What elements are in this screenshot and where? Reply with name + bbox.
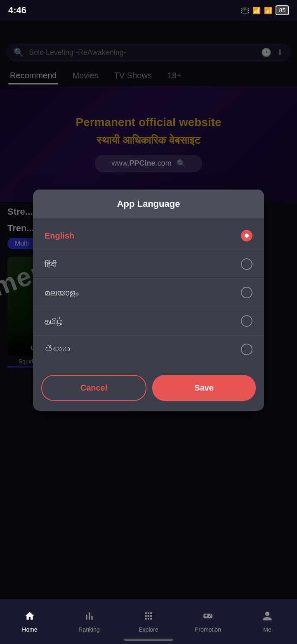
status-icons: 📳 📶 📶 85 [241, 5, 289, 15]
nav-label-ranking: Ranking [78, 626, 99, 633]
battery-indicator: 85 [276, 5, 289, 15]
radio-english[interactable] [241, 230, 252, 241]
radio-hindi[interactable] [241, 258, 252, 270]
home-icon [24, 611, 35, 624]
dialog-title: App Language [117, 199, 180, 209]
language-option-tamil[interactable]: தமிழ் [33, 307, 264, 335]
nav-item-me[interactable]: Me [238, 611, 297, 633]
nav-label-home: Home [22, 626, 37, 633]
language-option-telugu[interactable]: తెలుగు [33, 335, 264, 363]
ranking-icon [84, 611, 94, 624]
me-icon [262, 611, 273, 624]
dialog-title-bar: App Language [33, 190, 264, 218]
gesture-bar [124, 639, 173, 641]
nav-item-ranking[interactable]: Ranking [59, 611, 119, 633]
language-option-hindi[interactable]: हिंदी [33, 250, 264, 279]
dialog-body: English हिंदी മലയാളം தமிழ் తెలుగు [33, 218, 264, 367]
nav-label-me: Me [263, 626, 271, 633]
dialog-buttons: Cancel Save [33, 367, 264, 411]
status-time: 4:46 [8, 5, 26, 16]
wifi-icon: 📶 [252, 7, 261, 14]
nav-label-promotion: Promotion [195, 626, 221, 633]
language-label-malayalam: മലയാളം [45, 288, 78, 297]
nav-item-promotion[interactable]: Promotion [178, 611, 238, 633]
language-label-hindi: हिंदी [45, 260, 57, 269]
explore-icon [143, 611, 154, 624]
promotion-icon [203, 611, 213, 624]
nav-item-explore[interactable]: Explore [119, 611, 178, 633]
bottom-nav: Home Ranking Explore Promotion [0, 599, 297, 644]
save-button[interactable]: Save [152, 375, 256, 401]
language-label-english: English [45, 231, 74, 241]
cancel-button[interactable]: Cancel [41, 375, 146, 401]
language-label-tamil: தமிழ் [45, 316, 63, 326]
signal-icon: 📶 [264, 7, 272, 14]
nav-item-home[interactable]: Home [0, 611, 59, 633]
status-bar: 4:46 📳 📶 📶 85 [0, 0, 297, 21]
radio-tamil[interactable] [241, 315, 252, 327]
radio-malayalam[interactable] [241, 287, 252, 298]
nav-label-explore: Explore [139, 626, 158, 633]
language-label-telugu: తెలుగు [45, 345, 70, 354]
language-option-english[interactable]: English [33, 222, 264, 250]
language-option-malayalam[interactable]: മലയാളം [33, 279, 264, 307]
vibrate-icon: 📳 [241, 7, 249, 14]
language-dialog: App Language English हिंदी മലയാളം தமிழ் … [33, 190, 264, 411]
radio-telugu[interactable] [241, 344, 252, 355]
